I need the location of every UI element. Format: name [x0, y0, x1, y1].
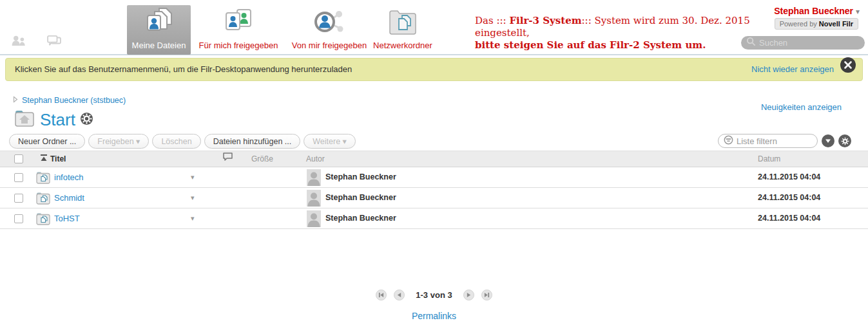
permalinks-link[interactable]: Permalinks — [0, 311, 868, 321]
folder-icon[interactable] — [36, 171, 50, 187]
tab-my-files-label: Meine Dateien — [132, 41, 186, 50]
chevron-down-icon: ▾ — [343, 137, 347, 146]
previous-page-button[interactable] — [394, 290, 405, 300]
entry-author: Stephan Bueckner — [325, 188, 396, 208]
powered-by-label: Powered by — [780, 20, 817, 28]
table-row: infotech ▾ Stephan Bueckner 24.11.2015 0… — [0, 167, 868, 188]
first-page-button[interactable] — [376, 290, 387, 300]
network-folders-icon — [388, 9, 418, 39]
entry-date: 24.11.2015 04:04 — [758, 167, 820, 187]
filter-box[interactable] — [718, 134, 818, 148]
row-checkbox[interactable] — [14, 173, 23, 182]
user-menu[interactable]: Stephan Bueckner ▾ — [774, 6, 860, 16]
comments-column-icon[interactable] — [222, 151, 233, 167]
entry-author: Stephan Bueckner — [325, 167, 396, 187]
page-title: Start — [40, 110, 75, 130]
row-menu-caret-icon[interactable]: ▾ — [191, 188, 195, 207]
dismiss-link[interactable]: Nicht wieder anzeigen — [751, 59, 834, 80]
breadcrumb[interactable]: Stephan Bueckner (ststbuec) — [13, 96, 126, 105]
announcement-system-name: Filr-3 System — [509, 15, 581, 26]
next-page-button[interactable] — [463, 290, 474, 300]
avatar[interactable] — [307, 190, 321, 209]
table-header: Titel Größe Autor Datum — [0, 151, 868, 167]
pagination: 1-3 von 3 — [0, 290, 868, 300]
sort-ascending-icon[interactable] — [40, 151, 48, 167]
select-all-checkbox[interactable] — [14, 154, 23, 163]
home-folder-icon — [14, 109, 35, 130]
delete-button[interactable]: Löschen — [152, 134, 200, 149]
column-header-size[interactable]: Größe — [251, 151, 273, 167]
share-button-label: Freigeben — [97, 137, 133, 146]
folder-settings-gear-icon[interactable] — [81, 113, 93, 127]
column-header-title[interactable]: Titel — [50, 151, 66, 167]
toolbar: Neuer Ordner ... Freigeben ▾ Löschen Dat… — [0, 134, 868, 151]
tab-shared-by-me-label: Von mir freigegeben — [292, 41, 367, 50]
chevron-down-icon: ▾ — [136, 137, 140, 146]
quick-icons — [10, 35, 62, 49]
tab-shared-with-me-label: Für mich freigegeben — [199, 41, 278, 50]
column-header-author[interactable]: Autor — [306, 151, 325, 167]
search-icon — [746, 37, 756, 49]
tab-network-folders-label: Netzwerkordner — [373, 41, 432, 50]
entry-date: 24.11.2015 04:04 — [758, 208, 820, 228]
row-checkbox[interactable] — [14, 214, 23, 223]
shared-with-me-icon — [224, 8, 253, 39]
tab-my-files[interactable]: Meine Dateien — [127, 5, 191, 55]
chat-icon[interactable] — [46, 35, 62, 49]
app-header: Meine Dateien Für mich freigegeben Von m… — [0, 0, 868, 55]
entry-title-link[interactable]: ToHST — [54, 208, 80, 228]
table-row: ToHST ▾ Stephan Bueckner 24.11.2015 04:0… — [0, 208, 868, 229]
share-button[interactable]: Freigeben ▾ — [88, 134, 149, 149]
user-name-label: Stephan Bueckner — [774, 6, 853, 16]
row-menu-caret-icon[interactable]: ▾ — [191, 167, 195, 187]
toolbar-buttons: Neuer Ordner ... Freigeben ▾ Löschen Dat… — [9, 134, 356, 149]
table-row: Schmidt ▾ Stephan Bueckner 24.11.2015 04… — [0, 188, 868, 208]
entry-date: 24.11.2015 04:04 — [758, 188, 820, 208]
new-folder-button[interactable]: Neuer Ordner ... — [9, 134, 85, 149]
row-menu-caret-icon[interactable]: ▾ — [191, 208, 195, 228]
notification-bar: Klicken Sie auf das Benutzernamenmenü, u… — [5, 58, 863, 81]
entry-title-link[interactable]: infotech — [54, 167, 84, 187]
avatar[interactable] — [307, 169, 321, 189]
notification-message: Klicken Sie auf das Benutzernamenmenü, u… — [15, 59, 352, 80]
brand-name: Novell Filr — [819, 20, 853, 28]
last-page-button[interactable] — [481, 290, 492, 300]
add-files-button[interactable]: Dateien hinzufügen ... — [204, 134, 301, 149]
people-icon[interactable] — [10, 35, 28, 49]
filter-group — [718, 134, 851, 148]
powered-by-badge: Powered by Novell Filr — [775, 18, 858, 30]
tab-shared-with-me[interactable]: Für mich freigegeben — [193, 0, 284, 55]
announcement-line2: bitte steigen Sie auf das Filr-2 System … — [475, 39, 706, 51]
chevron-down-icon: ▾ — [856, 7, 860, 16]
more-button-label: Weitere — [313, 137, 340, 146]
search-box[interactable] — [741, 36, 865, 50]
system-announcement: Das ::: Filr-3 System::: System wird zum… — [475, 15, 771, 51]
folder-icon[interactable] — [36, 212, 50, 228]
avatar[interactable] — [307, 210, 321, 230]
filter-icon — [724, 135, 733, 147]
my-files-icon — [144, 6, 175, 39]
breadcrumb-label[interactable]: Stephan Bueckner (ststbuec) — [22, 96, 126, 105]
more-button[interactable]: Weitere ▾ — [304, 134, 356, 149]
tab-network-folders[interactable]: Netzwerkordner — [371, 0, 435, 55]
title-row: Start — [14, 109, 93, 130]
filr-app: Meine Dateien Für mich freigegeben Von m… — [0, 0, 868, 323]
breadcrumb-expand-icon[interactable] — [13, 96, 18, 105]
tab-shared-by-me[interactable]: Von mir freigegeben — [287, 0, 372, 55]
shared-by-me-icon — [314, 9, 345, 39]
entry-title-link[interactable]: Schmidt — [54, 188, 84, 208]
row-checkbox[interactable] — [14, 194, 23, 203]
entry-author: Stephan Bueckner — [325, 208, 396, 228]
filter-dropdown-button[interactable] — [822, 134, 834, 147]
announcement-prefix: Das ::: — [475, 15, 509, 26]
whats-new-link[interactable]: Neuigkeiten anzeigen — [761, 102, 842, 112]
search-input[interactable] — [759, 38, 868, 48]
list-settings-gear-icon[interactable] — [838, 134, 851, 147]
column-header-date[interactable]: Datum — [758, 151, 780, 167]
pagination-label: 1-3 von 3 — [416, 290, 452, 300]
close-icon[interactable] — [840, 57, 856, 73]
folder-icon[interactable] — [36, 192, 50, 207]
